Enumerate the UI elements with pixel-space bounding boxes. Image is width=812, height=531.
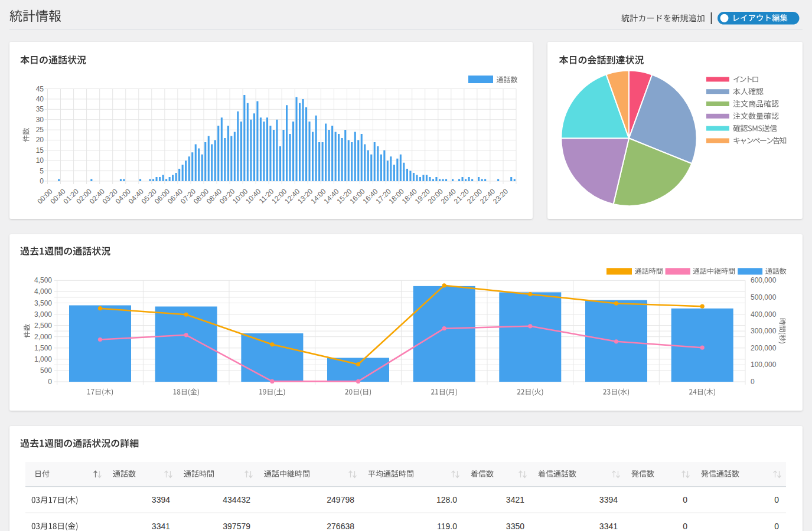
svg-text:200,000: 200,000 xyxy=(751,344,777,352)
svg-text:3394: 3394 xyxy=(599,495,618,504)
svg-text:397579: 397579 xyxy=(223,522,250,531)
svg-text:3341: 3341 xyxy=(152,522,170,531)
svg-text:3421: 3421 xyxy=(506,495,524,504)
svg-text:276638: 276638 xyxy=(327,522,354,531)
svg-text:40: 40 xyxy=(36,95,44,103)
svg-text:434432: 434432 xyxy=(223,495,250,504)
svg-text:35: 35 xyxy=(36,105,44,113)
svg-text:20: 20 xyxy=(36,136,44,144)
svg-text:500: 500 xyxy=(40,366,52,375)
svg-text:0: 0 xyxy=(751,378,755,386)
svg-text:0: 0 xyxy=(40,177,44,185)
svg-text:400,000: 400,000 xyxy=(751,310,777,319)
svg-text:119.0: 119.0 xyxy=(437,522,457,531)
svg-text:10: 10 xyxy=(36,156,44,165)
svg-text:4,500: 4,500 xyxy=(34,276,52,284)
svg-text:1,000: 1,000 xyxy=(34,355,52,363)
svg-text:300,000: 300,000 xyxy=(751,327,777,335)
svg-text:1,500: 1,500 xyxy=(34,344,52,352)
svg-text:3341: 3341 xyxy=(599,522,618,531)
svg-text:128.0: 128.0 xyxy=(436,495,457,504)
svg-text:500,000: 500,000 xyxy=(751,293,777,301)
svg-text:3,000: 3,000 xyxy=(34,310,52,319)
svg-text:15: 15 xyxy=(36,146,44,155)
svg-text:3394: 3394 xyxy=(152,495,170,504)
svg-text:0: 0 xyxy=(48,378,52,386)
svg-text:600,000: 600,000 xyxy=(751,276,777,284)
svg-text:5: 5 xyxy=(40,167,44,175)
svg-text:3,500: 3,500 xyxy=(34,299,52,307)
svg-text:4,000: 4,000 xyxy=(34,287,52,296)
svg-text:25: 25 xyxy=(36,126,44,134)
svg-text:45: 45 xyxy=(36,85,44,93)
svg-text:2,500: 2,500 xyxy=(34,322,52,330)
svg-text:3350: 3350 xyxy=(506,522,524,531)
svg-text:0: 0 xyxy=(683,522,687,531)
svg-text:30: 30 xyxy=(36,116,44,124)
svg-text:0: 0 xyxy=(774,495,779,504)
svg-text:2,000: 2,000 xyxy=(34,333,52,341)
svg-text:100,000: 100,000 xyxy=(751,360,777,369)
svg-text:0: 0 xyxy=(774,522,779,531)
svg-text:249798: 249798 xyxy=(327,495,354,504)
svg-text:0: 0 xyxy=(683,495,687,504)
